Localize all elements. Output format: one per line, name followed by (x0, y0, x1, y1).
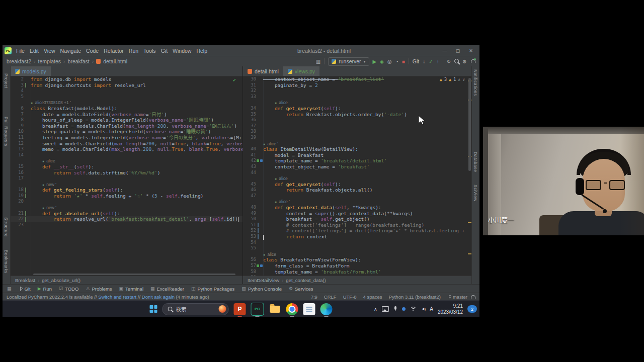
gutter[interactable]: 30 (243, 76, 263, 82)
tray-wifi-icon[interactable] (410, 307, 417, 311)
tool-window-button-python-packages[interactable]: ◫Python Packages (191, 286, 234, 292)
breadcrumb-item[interactable]: breakfast2 (7, 58, 31, 64)
gutter[interactable]: 43 (243, 164, 263, 170)
code-line[interactable]: 56class BreakfastFormView(FormView): (243, 257, 471, 263)
code-line[interactable]: 7 date = models.DateField(verbose_name='… (11, 112, 243, 118)
breadcrumb-item[interactable]: breakfast (68, 58, 90, 64)
code-line[interactable]: 58 template_name = 'breakfast/form.html' (243, 269, 471, 275)
gutter[interactable]: 55 (243, 245, 263, 251)
code-line[interactable]: 59 success_url = reverse_lazy('breakfast… (243, 275, 471, 276)
maximize-button[interactable]: ▢ (451, 48, 464, 53)
gutter[interactable]: 15 (11, 164, 31, 170)
gutter[interactable]: 51 (243, 222, 263, 228)
breadcrumb-item[interactable]: Breakfast (15, 278, 35, 283)
gutter[interactable]: 13 (11, 146, 31, 152)
start-button[interactable] (150, 305, 157, 313)
code-line[interactable]: 2from django.db import models (11, 76, 243, 82)
code-line[interactable]: 46 return Breakfast.objects.all() (243, 187, 471, 193)
prev-problem-icon[interactable]: ∧ (458, 77, 460, 82)
gutter[interactable]: 59 (243, 275, 263, 276)
status-widget[interactable]: master (447, 294, 467, 300)
gutter[interactable]: 50 (243, 216, 263, 222)
breadcrumb-item[interactable]: get_context_data() (286, 278, 326, 283)
gutter[interactable] (243, 251, 263, 257)
gutter[interactable]: 9 (11, 123, 31, 129)
menu-file[interactable]: File (14, 48, 27, 54)
gutter[interactable] (11, 100, 31, 106)
git-push-button[interactable]: ↑ (437, 59, 439, 64)
code-line[interactable]: 34 def get_queryset(self): (243, 106, 471, 112)
inspection-ok-icon[interactable]: ✔ (233, 77, 236, 82)
code-inlay-hint[interactable]: ▪ alice (243, 100, 471, 106)
code-line[interactable]: 3from django.shortcuts import resolve_ur… (11, 82, 243, 88)
status-widget[interactable]: 7:9 (311, 294, 317, 300)
gutter[interactable]: 44 (243, 170, 263, 176)
code-inlay-hint[interactable]: ▪ new ' (11, 205, 243, 211)
gutter[interactable] (11, 205, 31, 211)
gutter-marker-blue-icon[interactable] (260, 264, 263, 267)
tool-window-button-run[interactable]: ▶Run (38, 286, 52, 292)
menu-edit[interactable]: Edit (27, 48, 41, 54)
menu-window[interactable]: Window (170, 48, 194, 54)
code-line[interactable]: 43 context_object_name = 'breakfast' (243, 164, 471, 170)
tool-window-button-git[interactable]: Git (19, 286, 31, 292)
gutter[interactable]: 18 (11, 187, 31, 193)
code-line[interactable]: 49 context = super().get_context_data(**… (243, 211, 471, 217)
tool-window-button-excelreader[interactable]: ▦ExcelReader (150, 286, 184, 292)
minimize-button[interactable]: — (438, 48, 451, 53)
code-line[interactable]: 13 memo = models.CharField(max_length=20… (11, 146, 243, 152)
breadcrumb-item[interactable]: ItemDetailView (248, 278, 279, 283)
notification-count-badge[interactable]: 2 (467, 305, 477, 313)
code-inlay-hint[interactable]: ▪ alice ' (243, 199, 471, 205)
run-button[interactable]: ▶ (373, 59, 377, 64)
code-line[interactable]: 11 feeling = models.IntegerField(verbose… (11, 135, 243, 141)
gutter[interactable]: 57 (243, 263, 263, 269)
menu-help[interactable]: Help (194, 48, 210, 54)
code-line[interactable]: 21 def get_absolute_url(self): (11, 211, 243, 217)
gutter[interactable]: 17 (11, 175, 31, 182)
code-line[interactable]: 57 form_class = BreakfastForm (243, 263, 471, 269)
code-inlay-hint[interactable]: ▪ alice (11, 158, 243, 164)
tray-mic-icon[interactable] (393, 306, 397, 312)
status-widget[interactable]: UTF-8 (343, 294, 357, 300)
menu-code[interactable]: Code (84, 48, 101, 54)
tool-windows-toggle-icon[interactable]: ▦ (7, 286, 12, 291)
code-editor-views[interactable]: ▲3 ▲1 ∧ ∨ 30 context_object_name (243, 76, 471, 276)
menu-refactor[interactable]: Refactor (101, 48, 126, 54)
git-widget-label[interactable]: Git (413, 58, 419, 64)
code-line[interactable]: 40class ItemDetailView(DetailView): (243, 146, 471, 152)
tool-window-button-problems[interactable]: ⚠Problems (86, 286, 112, 292)
gutter[interactable]: 31 (243, 82, 263, 88)
code-line[interactable]: 17 (11, 175, 243, 182)
gutter[interactable]: 49 (243, 211, 263, 217)
code-inlay-hint[interactable]: ▪ alice ' (243, 141, 471, 147)
tray-photos-icon[interactable] (382, 306, 389, 312)
code-line[interactable]: 36 (243, 117, 471, 123)
horizontal-scrollbar[interactable] (33, 274, 235, 275)
code-line[interactable]: 41 model = Breakfast (243, 152, 471, 158)
code-line[interactable]: 12 sweet = models.CharField(max_length=2… (11, 141, 243, 147)
code-line[interactable]: 16 return self.date.strftime('%Y/%m/%d') (11, 170, 243, 176)
code-line[interactable]: 52 # context['feelings'] = dict(feeling=… (243, 228, 471, 234)
taskbar-clock[interactable]: 9:21 2023/03/12 (438, 303, 463, 315)
gutter[interactable] (243, 175, 263, 182)
gutter[interactable]: 36 (243, 117, 263, 123)
code-line[interactable]: 42 template_name = 'breakfast/detail.htm… (243, 158, 471, 164)
code-line[interactable]: 50 breakfast = self.get_object() (243, 216, 471, 222)
gutter[interactable] (11, 158, 31, 164)
tab-models-py[interactable]: models.py (11, 66, 51, 76)
code-inlay-hint[interactable]: ▪ new ' (11, 182, 243, 188)
tray-volume-icon[interactable]: ◄) (421, 307, 426, 311)
settings-button[interactable]: ⚙ (462, 59, 467, 64)
status-widget[interactable]: CRLF (324, 294, 337, 300)
gutter[interactable]: 19 (11, 193, 31, 199)
gutter[interactable]: 52 (243, 228, 263, 234)
tool-window-button-terminal[interactable]: ▣Terminal (119, 286, 143, 292)
next-problem-icon[interactable]: ∨ (462, 77, 465, 82)
gutter[interactable]: 37 (243, 123, 263, 129)
code-line[interactable]: 33 (243, 94, 471, 100)
code-line[interactable]: 18 def get_feeling_stars(self): (11, 187, 243, 193)
search-everywhere-button[interactable] (454, 58, 459, 64)
gutter[interactable]: 6 (11, 106, 31, 112)
gutter[interactable]: 40 (243, 146, 263, 152)
